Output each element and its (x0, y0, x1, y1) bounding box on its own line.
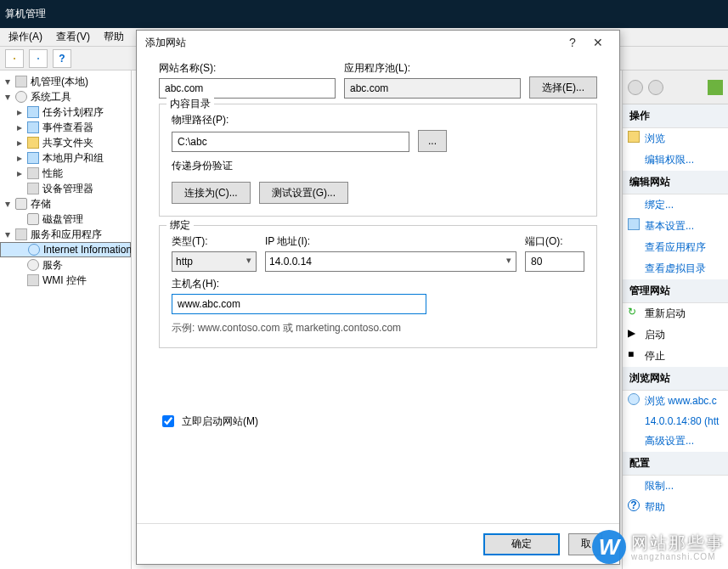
actions-pane: 操作 浏览 编辑权限... 编辑网站 绑定... 基本设置... 查看应用程序 … (622, 70, 728, 569)
expand-icon[interactable]: ▸ (15, 167, 24, 179)
hostname-input[interactable] (172, 294, 426, 314)
dialog-close-button[interactable]: ✕ (585, 32, 611, 53)
event-icon (27, 121, 39, 133)
passauth-label: 传递身份验证 (172, 159, 584, 173)
tree-systools[interactable]: ▾系统工具 (0, 89, 131, 104)
action-advanced-settings[interactable]: 高级设置... (623, 431, 728, 452)
browse-path-button[interactable]: ... (418, 130, 447, 152)
action-view-apps[interactable]: 查看应用程序 (623, 237, 728, 258)
ip-select[interactable] (265, 251, 516, 272)
folder-icon (628, 131, 640, 143)
tree-storage[interactable]: ▾存储 (0, 196, 131, 211)
binding-legend: 绑定 (166, 218, 194, 233)
folder-icon (14, 58, 15, 59)
tree-services-apps[interactable]: ▾服务和应用程序 (0, 227, 131, 242)
start-immediately-checkbox[interactable] (162, 415, 174, 427)
physpath-label: 物理路径(P): (172, 113, 584, 127)
tree-device-manager[interactable]: 设备管理器 (0, 181, 131, 196)
physpath-input[interactable] (172, 132, 409, 152)
tree-disk-mgmt[interactable]: 磁盘管理 (0, 211, 131, 227)
help-icon: ? (59, 53, 65, 65)
actions-header-config: 配置 (623, 452, 728, 476)
apps-icon (15, 228, 27, 240)
tree-event-viewer[interactable]: ▸事件查看器 (0, 120, 131, 135)
folder-icon (27, 137, 39, 149)
tree-task-scheduler[interactable]: ▸任务计划程序 (0, 104, 131, 120)
tools-icon (15, 91, 27, 103)
sitename-input[interactable] (159, 78, 336, 99)
settings-icon (628, 218, 640, 230)
action-browse[interactable]: 浏览 (623, 128, 728, 149)
menu-help[interactable]: 帮助 (99, 28, 129, 46)
ok-button[interactable]: 确定 (483, 533, 560, 555)
back-icon[interactable] (628, 80, 643, 95)
menu-action[interactable]: 操作(A) (3, 28, 48, 46)
connect-as-button[interactable]: 连接为(C)... (172, 182, 251, 204)
expand-icon[interactable]: ▸ (15, 137, 24, 149)
port-input[interactable] (525, 251, 584, 272)
action-view-vdir[interactable]: 查看虚拟目录 (623, 258, 728, 279)
action-help[interactable]: ?帮助 (623, 497, 728, 518)
device-icon (27, 183, 39, 194)
globe-icon (628, 393, 640, 405)
expand-icon[interactable]: ▸ (15, 152, 24, 164)
watermark-line1: 网站那些事 (631, 533, 725, 552)
test-settings-button[interactable]: 测试设置(G)... (259, 182, 348, 204)
action-stop[interactable]: ■停止 (623, 346, 728, 367)
action-start[interactable]: ▶启动 (623, 324, 728, 346)
actions-header-managesite: 管理网站 (623, 279, 728, 303)
collapse-icon[interactable]: ▾ (3, 91, 12, 103)
collapse-icon[interactable]: ▾ (3, 228, 12, 240)
tree-services[interactable]: 服务 (0, 257, 131, 273)
users-icon (27, 152, 39, 164)
type-select[interactable] (172, 251, 257, 272)
tree-wmi[interactable]: WMI 控件 (0, 273, 131, 288)
action-basic-settings[interactable]: 基本设置... (623, 216, 728, 237)
tree-iis[interactable]: Internet Information S (0, 242, 131, 257)
tree-local-users[interactable]: ▸本地用户和组 (0, 150, 131, 166)
dialog-help-button[interactable]: ? (560, 32, 585, 53)
add-website-dialog: 添加网站 ? ✕ 网站名称(S): 应用程序池(L): 选择(E)... 内容目… (136, 30, 620, 565)
select-apppool-button[interactable]: 选择(E)... (529, 76, 597, 99)
go-icon[interactable] (708, 80, 723, 95)
wmi-icon (27, 274, 39, 286)
watermark-logo: W (592, 530, 626, 564)
action-restart[interactable]: ↻重新启动 (623, 303, 728, 324)
dialog-titlebar: 添加网站 ? ✕ (137, 31, 619, 54)
actions-header-editsite: 编辑网站 (623, 171, 728, 194)
collapse-icon[interactable]: ▾ (3, 76, 12, 87)
expand-icon[interactable]: ▸ (15, 121, 24, 133)
stop-icon: ■ (628, 348, 640, 360)
watermark: W 网站那些事 wangzhanshi.COM (592, 530, 725, 564)
toolbar-folder-button[interactable] (5, 49, 24, 68)
action-browse-url-line2[interactable]: 14.0.0.14:80 (htt (623, 412, 728, 431)
tree-shared-folders[interactable]: ▸共享文件夹 (0, 135, 131, 150)
tree-pane[interactable]: ▾机管理(本地) ▾系统工具 ▸任务计划程序 ▸事件查看器 ▸共享文件夹 ▸本地… (0, 70, 132, 569)
type-label: 类型(T): (172, 234, 257, 249)
port-label: 端口(O): (525, 234, 584, 249)
collapse-icon[interactable]: ▾ (3, 198, 12, 210)
apppool-input (344, 78, 521, 99)
dialog-footer: 确定 取 (137, 523, 619, 564)
action-limits[interactable]: 限制... (623, 476, 728, 497)
tree-performance[interactable]: ▸性能 (0, 166, 131, 181)
action-edit-permissions[interactable]: 编辑权限... (623, 149, 728, 171)
menu-view[interactable]: 查看(V) (51, 28, 95, 46)
iis-icon (28, 244, 40, 256)
start-immediately-label: 立即启动网站(M) (182, 414, 258, 429)
gear-icon (27, 259, 39, 271)
sitename-label: 网站名称(S): (159, 61, 336, 76)
actions-header-browsesite: 浏览网站 (623, 367, 728, 391)
apppool-label: 应用程序池(L): (344, 61, 521, 76)
actions-nav (623, 70, 728, 104)
expand-icon[interactable]: ▸ (15, 106, 24, 118)
help-icon: ? (628, 499, 640, 511)
action-browse-url[interactable]: 浏览 www.abc.c (623, 391, 728, 412)
tree-root[interactable]: ▾机管理(本地) (0, 74, 131, 89)
toolbar-properties-button[interactable] (29, 49, 48, 68)
perf-icon (27, 167, 39, 179)
action-bindings[interactable]: 绑定... (623, 194, 728, 216)
toolbar-help-button[interactable]: ? (53, 49, 71, 68)
dialog-title: 添加网站 (145, 36, 560, 50)
forward-icon[interactable] (648, 80, 663, 95)
